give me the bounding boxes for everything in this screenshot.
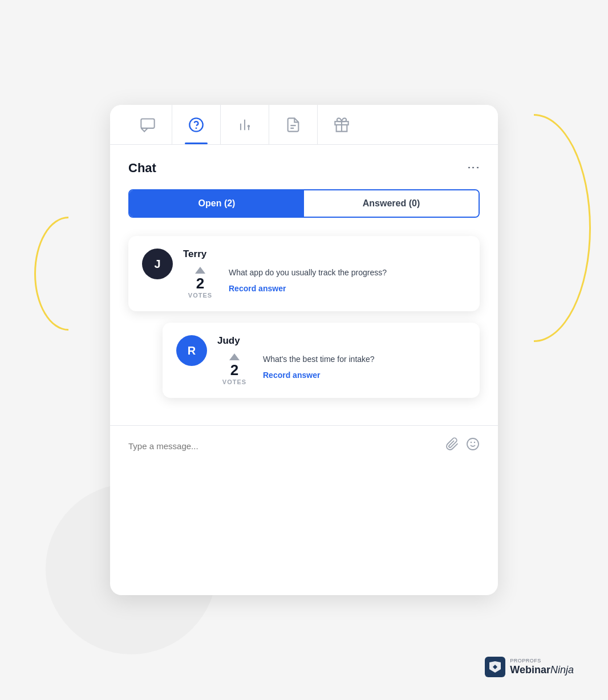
poll-icon [237,117,253,133]
vote-count: 2 [230,363,238,377]
record-answer-link[interactable]: Record answer [229,284,286,293]
brand-label: ProProfs [510,658,574,664]
avatar: J [142,249,173,279]
branding: ProProfs WebinarNinja [485,657,574,677]
votes-section: 2 VOTES [217,353,252,385]
vote-count: 2 [196,276,204,291]
message-area [110,425,498,466]
panel-content: Chat ⋮ Open (2) Answered (0) J Terry [110,145,498,425]
tab-bar [110,105,498,145]
asker-name: Terry [183,249,466,260]
question-text: What app do you usually track the progre… [229,267,387,279]
avatar: R [176,335,207,366]
toggle-group: Open (2) Answered (0) [128,189,480,218]
question-text-block: What's the best time for intake? Record … [263,353,375,380]
votes-section: 2 VOTES [183,267,217,299]
brand-logo-icon [485,657,505,677]
question-text: What's the best time for intake? [263,353,375,365]
deco-circle-left [34,217,103,331]
record-answer-link[interactable]: Record answer [263,371,320,380]
question-card: R Judy 2 VOTES What's the best time for … [163,323,480,398]
question-card: J Terry 2 VOTES What app do you usually … [128,236,480,311]
card-body: Terry 2 VOTES What app do you usually tr… [183,249,466,299]
gift-icon [334,117,350,133]
open-tab-button[interactable]: Open (2) [129,190,304,217]
card-content: 2 VOTES What's the best time for intake?… [217,353,466,385]
card-body: Judy 2 VOTES What's the best time for in… [217,335,466,385]
more-options-icon[interactable]: ⋮ [467,161,480,175]
votes-label: VOTES [222,379,246,385]
card-content: 2 VOTES What app do you usually track th… [183,267,466,299]
main-panel: Chat ⋮ Open (2) Answered (0) J Terry [110,105,498,595]
notes-icon [285,117,301,133]
tab-notes[interactable] [269,105,318,144]
votes-label: VOTES [188,292,212,299]
svg-rect-0 [141,119,154,128]
panel-title: Chat [128,161,156,176]
panel-header: Chat ⋮ [128,161,480,176]
tab-chat[interactable] [124,105,172,144]
emoji-icon[interactable] [466,437,480,454]
page-wrapper: Chat ⋮ Open (2) Answered (0) J Terry [0,0,608,700]
asker-name: Judy [217,335,466,347]
tab-gift[interactable] [318,105,366,144]
brand-text-block: ProProfs WebinarNinja [510,658,574,676]
question-icon [188,117,204,133]
answered-tab-button[interactable]: Answered (0) [304,190,479,217]
brand-name: WebinarNinja [510,664,574,675]
chat-icon [140,117,156,133]
vote-up-icon[interactable] [229,353,240,360]
question-text-block: What app do you usually track the progre… [229,267,387,294]
vote-up-icon[interactable] [195,267,205,274]
tab-question[interactable] [172,105,221,144]
tab-poll[interactable] [221,105,269,144]
svg-point-11 [467,438,479,450]
message-input[interactable] [128,441,439,451]
svg-point-6 [248,125,249,127]
attachment-icon[interactable] [445,437,459,454]
